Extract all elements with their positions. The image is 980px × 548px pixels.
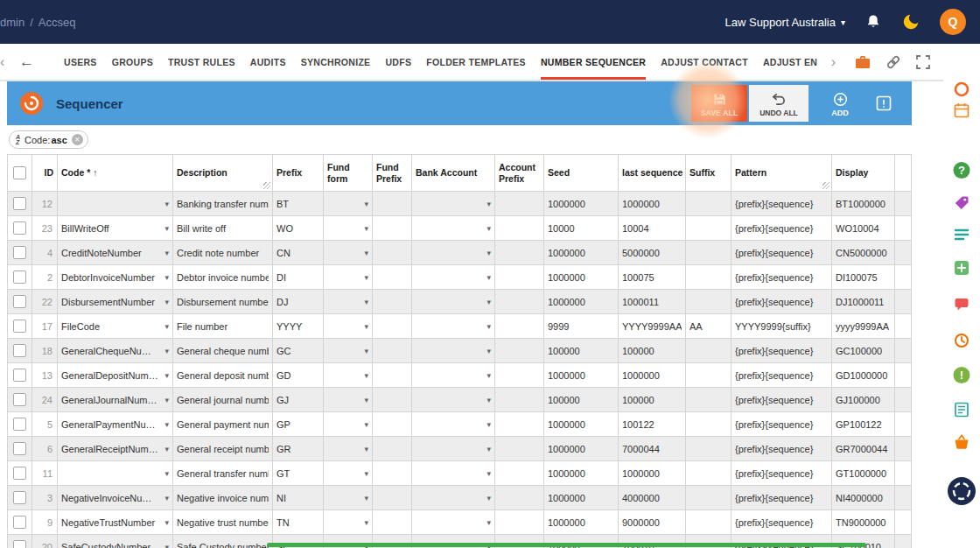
cell-code[interactable]: ▾ <box>58 461 173 486</box>
cell-description[interactable]: Negative invoice number <box>173 486 273 510</box>
cell-fund_form[interactable]: ▾ <box>324 192 373 216</box>
cell-fund_prefix[interactable] <box>373 437 412 461</box>
cell-last_sequence[interactable]: 10004 <box>619 216 686 241</box>
cell-account_prefix[interactable] <box>495 290 544 314</box>
table-row[interactable]: 24GeneralJournalNumber▾General journal n… <box>8 388 912 412</box>
column-header-fund_prefix[interactable]: Fund Prefix <box>373 155 412 192</box>
org-selector[interactable]: Law Support Australia ▾ <box>725 16 846 29</box>
cell-fund_prefix[interactable] <box>373 461 412 486</box>
cell-pattern[interactable]: {prefix}{sequence} <box>732 461 832 486</box>
cell-fund_prefix[interactable] <box>373 339 412 363</box>
cell-display[interactable]: TN9000000 <box>832 510 895 535</box>
cell-fund_form[interactable]: ▾ <box>324 437 373 461</box>
chevron-down-icon[interactable]: ▾ <box>364 347 368 355</box>
column-header-bank_account[interactable]: Bank Account <box>412 155 495 192</box>
cell-fund_form[interactable]: ▾ <box>324 461 373 486</box>
cell-last_sequence[interactable]: 100075 <box>619 265 686 290</box>
cell-fund_form[interactable]: ▾ <box>324 314 373 339</box>
cell-last_sequence[interactable]: 100122 <box>619 412 686 437</box>
chevron-down-icon[interactable]: ▾ <box>486 322 491 331</box>
link-icon[interactable] <box>885 53 902 71</box>
cell-fund_prefix[interactable] <box>373 412 412 437</box>
chevron-down-icon[interactable]: ▾ <box>486 224 491 233</box>
cell-fund_form[interactable]: ▾ <box>324 412 373 437</box>
cell-pattern[interactable]: {prefix}{sequence} <box>732 437 832 461</box>
row-checkbox[interactable] <box>13 320 26 333</box>
cell-seed[interactable]: 9999 <box>544 314 619 339</box>
cell-account_prefix[interactable] <box>495 363 544 388</box>
cell-pattern[interactable]: {prefix}{sequence} <box>732 388 832 412</box>
column-header-account_prefix[interactable]: Account Prefix <box>495 155 544 192</box>
cell-account_prefix[interactable] <box>495 339 544 363</box>
table-row[interactable]: 4CreditNoteNumber▾Credit note numberCN▾▾… <box>8 241 912 265</box>
cell-description[interactable]: Credit note number <box>173 241 273 265</box>
cell-seed[interactable]: 1000000 <box>544 265 619 290</box>
cell-bank_account[interactable]: ▾ <box>412 216 495 241</box>
undo-all-button[interactable]: UNDO ALL <box>749 85 808 122</box>
column-header-fund_form[interactable]: Fund form <box>324 155 373 192</box>
row-checkbox-cell[interactable] <box>8 314 32 339</box>
cell-prefix[interactable]: NI <box>273 486 324 510</box>
chevron-down-icon[interactable]: ▾ <box>164 371 169 380</box>
cell-suffix[interactable] <box>686 339 732 363</box>
chevron-down-icon[interactable]: ▾ <box>164 469 169 478</box>
cell-description[interactable]: Debtor invoice number <box>173 265 273 290</box>
cell-bank_account[interactable]: ▾ <box>412 339 495 363</box>
cell-seed[interactable]: 1000000 <box>544 461 619 486</box>
chevron-down-icon[interactable]: ▾ <box>164 298 169 306</box>
cell-account_prefix[interactable] <box>495 216 544 241</box>
row-checkbox[interactable] <box>13 393 26 406</box>
row-checkbox[interactable] <box>13 442 26 455</box>
shutter-icon[interactable] <box>947 476 976 506</box>
cell-account_prefix[interactable] <box>495 510 544 535</box>
cell-bank_account[interactable]: ▾ <box>412 437 495 461</box>
tab-adjust-contact[interactable]: ADJUST CONTACT <box>661 44 748 80</box>
tab-number-sequencer[interactable]: NUMBER SEQUENCER <box>541 44 646 80</box>
cell-last_sequence[interactable]: 4000000 <box>619 486 686 510</box>
cell-suffix[interactable] <box>686 192 732 216</box>
table-row[interactable]: 11▾General transfer numberGT▾▾1000000100… <box>8 461 912 486</box>
column-header-seed[interactable]: Seed <box>544 155 619 192</box>
cell-display[interactable]: GC100000 <box>832 339 895 363</box>
cell-fund_form[interactable]: ▾ <box>324 363 373 388</box>
chevron-down-icon[interactable]: ▾ <box>164 420 169 429</box>
cell-last_sequence[interactable]: 9000000 <box>619 510 686 535</box>
row-checkbox-cell[interactable] <box>8 290 32 314</box>
cell-suffix[interactable] <box>686 363 732 388</box>
chevron-down-icon[interactable]: ▾ <box>364 494 368 502</box>
chevron-down-icon[interactable]: ▾ <box>364 200 368 208</box>
add-button[interactable]: ADD <box>821 85 859 122</box>
sort-filter-chip[interactable]: AZ Code: asc × <box>9 130 88 149</box>
cell-fund_prefix[interactable] <box>373 388 412 412</box>
cell-seed[interactable]: 1000000 <box>544 437 619 461</box>
cell-code[interactable]: GeneralDepositNumber▾ <box>58 363 173 388</box>
cell-bank_account[interactable]: ▾ <box>412 314 495 339</box>
cell-display[interactable]: DJ1000011 <box>832 290 895 314</box>
table-row[interactable]: 9NegativeTrustNumber▾Negative trust numb… <box>8 510 912 535</box>
cell-prefix[interactable]: GR <box>273 437 324 461</box>
notes-icon[interactable] <box>953 401 970 418</box>
tab-synchronize[interactable]: SYNCHRONIZE <box>301 44 371 80</box>
user-avatar[interactable]: Q <box>940 9 966 35</box>
remove-filter-icon[interactable]: × <box>72 134 83 145</box>
cell-seed[interactable]: 1000000 <box>544 192 619 216</box>
table-row[interactable]: 13GeneralDepositNumber▾General deposit n… <box>8 363 912 388</box>
cell-account_prefix[interactable] <box>495 388 544 412</box>
history-icon[interactable] <box>953 332 970 349</box>
row-checkbox-cell[interactable] <box>8 461 32 486</box>
cell-display[interactable]: GJ100000 <box>832 388 895 412</box>
row-checkbox[interactable] <box>13 516 26 529</box>
cell-display[interactable]: DI100075 <box>832 265 895 290</box>
column-header-select[interactable] <box>8 155 32 192</box>
cell-code[interactable]: CreditNoteNumber▾ <box>58 241 173 265</box>
chevron-down-icon[interactable]: ▾ <box>164 494 169 502</box>
cell-description[interactable]: Safe Custody number <box>173 535 273 548</box>
cell-account_prefix[interactable] <box>495 461 544 486</box>
basket-icon[interactable] <box>953 433 970 451</box>
cell-pattern[interactable]: {prefix}{sequence} <box>732 339 832 363</box>
cell-prefix[interactable]: GT <box>273 461 324 486</box>
row-checkbox-cell[interactable] <box>8 486 32 510</box>
chevron-down-icon[interactable]: ▾ <box>486 249 491 257</box>
cell-pattern[interactable]: YYYY9999{suffix} <box>732 314 832 339</box>
chevron-down-icon[interactable]: ▾ <box>486 445 491 453</box>
